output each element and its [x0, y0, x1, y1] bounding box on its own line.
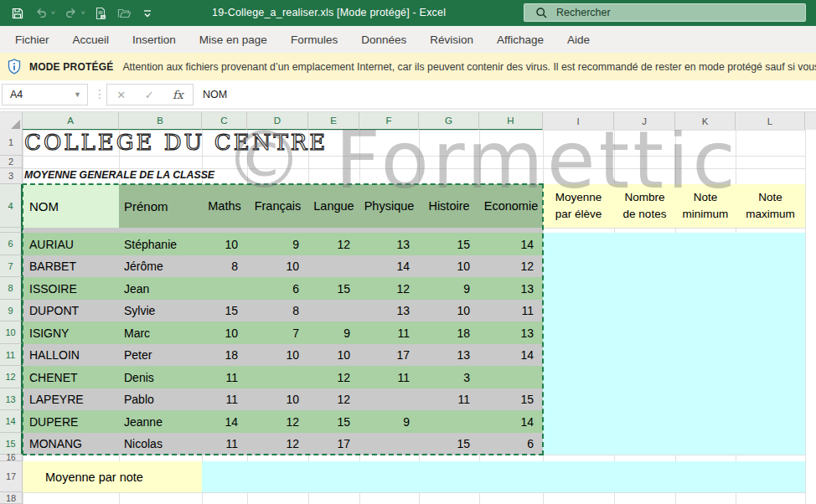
column-header-A[interactable]: A: [23, 112, 119, 131]
title-bar: ˅ ˅ 19-College_a_rea: [0, 0, 816, 26]
footer-label: Moyenne par note: [23, 461, 202, 492]
column-header-D[interactable]: D: [247, 112, 308, 131]
protected-mode-message: Attention aux fichiers provenant d’un em…: [122, 61, 816, 73]
cell-L4[interactable]: Notemaximum: [736, 184, 805, 228]
row-header-4[interactable]: 4: [0, 184, 23, 228]
column-header-B[interactable]: B: [119, 112, 202, 131]
search-box[interactable]: [524, 3, 806, 22]
row-header-7[interactable]: 7: [0, 255, 23, 277]
namebox-dropdown-icon[interactable]: ▼: [74, 90, 81, 99]
qat-customize-icon[interactable]: [140, 6, 155, 21]
formula-bar: A4 ▼ ⋮ ✕ ✓ fx NOM: [0, 80, 816, 110]
watermark: © Formettic: [225, 130, 739, 206]
tab-insertion[interactable]: Insertion: [121, 33, 188, 46]
row-header-1[interactable]: 1: [0, 130, 23, 156]
column-header-C[interactable]: C: [202, 112, 247, 131]
tab-révision[interactable]: Révision: [418, 33, 485, 46]
row-header-9[interactable]: 9: [0, 300, 23, 321]
column-headers: ABCDEFGHIJKL: [0, 111, 816, 130]
row-header-16[interactable]: 16: [0, 455, 23, 461]
cancel-icon[interactable]: ✕: [116, 89, 126, 101]
redo-icon[interactable]: [64, 6, 79, 21]
column-header-I[interactable]: I: [543, 112, 614, 131]
protected-mode-bar: MODE PROTÉGÉ Attention aux fichiers prov…: [0, 53, 816, 80]
select-all-button[interactable]: [0, 112, 23, 131]
row-header-6[interactable]: 6: [0, 233, 23, 255]
gridline: [23, 492, 805, 493]
tab-aide[interactable]: Aide: [555, 33, 602, 46]
row-header-18[interactable]: 18: [0, 492, 23, 504]
column-header-E[interactable]: E: [308, 112, 359, 131]
name-box-value: A4: [10, 89, 23, 100]
selection-marquee: [22, 183, 544, 455]
row-header-8[interactable]: 8: [0, 277, 23, 300]
tab-affichage[interactable]: Affichage: [485, 33, 555, 46]
column-header-K[interactable]: K: [675, 112, 736, 131]
protected-mode-label: MODE PROTÉGÉ: [29, 61, 113, 73]
sheet-grid[interactable]: COLLEGE DU CENTRE MOYENNE GENERALE DE LA…: [0, 130, 816, 504]
row-header-2[interactable]: 2: [0, 156, 23, 168]
footer-cyan-strip[interactable]: [202, 461, 805, 492]
tab-données[interactable]: Données: [349, 33, 418, 46]
quick-access-toolbar: ˅ ˅: [10, 0, 155, 26]
tab-accueil[interactable]: Accueil: [61, 33, 121, 46]
sheet-subtitle: MOYENNE GENERALE DE LA CLASSE: [24, 169, 214, 181]
row-header-11[interactable]: 11: [0, 344, 23, 366]
row-header-13[interactable]: 13: [0, 388, 23, 410]
tab-mise-en-page[interactable]: Mise en page: [188, 33, 279, 46]
row-header-10[interactable]: 10: [0, 321, 23, 344]
formula-buttons: ✕ ✓ fx: [106, 84, 194, 105]
tab-formules[interactable]: Formules: [279, 33, 349, 46]
column-header-F[interactable]: F: [359, 112, 419, 131]
row-header-14[interactable]: 14: [0, 410, 23, 433]
formula-input[interactable]: NOM: [203, 84, 227, 105]
enter-icon[interactable]: ✓: [145, 89, 154, 101]
gridline: [805, 130, 806, 504]
undo-icon[interactable]: [34, 6, 49, 21]
shield-icon: [8, 59, 21, 75]
column-header-H[interactable]: H: [479, 112, 543, 131]
column-header-J[interactable]: J: [614, 112, 675, 131]
ribbon-tabs: FichierAccueilInsertionMise en pageFormu…: [0, 26, 816, 53]
insert-function-icon[interactable]: fx: [173, 88, 183, 101]
name-box[interactable]: A4 ▼: [2, 84, 88, 105]
print-preview-icon[interactable]: [93, 6, 108, 21]
excel-window: ˅ ˅ 19-College_a_rea: [0, 0, 816, 504]
column-header-G[interactable]: G: [419, 112, 479, 131]
tab-fichier[interactable]: Fichier: [12, 33, 61, 46]
formula-bar-handle[interactable]: ⋮: [94, 87, 106, 100]
row-header-17[interactable]: 17: [0, 461, 23, 492]
column-header-L[interactable]: L: [736, 112, 805, 131]
results-area[interactable]: [543, 233, 805, 455]
save-icon[interactable]: [10, 6, 25, 21]
redo-dropdown-icon[interactable]: ˅: [81, 9, 85, 17]
row-header-15[interactable]: 15: [0, 433, 23, 455]
undo-dropdown-icon[interactable]: ˅: [51, 9, 55, 17]
search-input[interactable]: [524, 4, 805, 21]
open-folder-icon[interactable]: [116, 6, 132, 21]
row-header-12[interactable]: 12: [0, 366, 23, 388]
row-header-3[interactable]: 3: [0, 168, 23, 184]
document-title: 19-College_a_realiser.xls [Mode protégé]…: [212, 7, 446, 18]
